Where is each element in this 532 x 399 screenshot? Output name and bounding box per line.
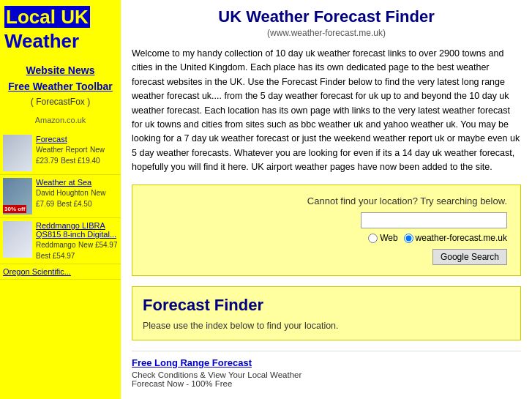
radio-web-label[interactable]: Web [368,233,397,243]
free-long-range-section: Free Long Range Forecast Check Condition… [132,351,521,388]
logo-block: Local UK Weather [0,0,121,57]
main-content: UK Weather Forecast Finder (www.weather-… [121,0,532,399]
search-panel-title: Cannot find your location? Try searching… [146,195,507,206]
radio-web[interactable] [368,234,378,243]
site-url: (www.weather-forecast.me.uk) [132,28,521,38]
forecast-finder-text: Please use the index below to find your … [143,321,510,331]
product-price-best: Best £19.40 [61,157,100,165]
product-image [3,221,32,258]
product-price-new: New £54.97 [78,241,117,249]
radio-site-label[interactable]: weather-forecast.me.uk [404,233,507,243]
product-link[interactable]: Reddmango LIBRA QS815 8-inch Digital... [36,221,118,239]
product-subtitle: Reddmango [36,241,75,249]
radio-web-text: Web [380,233,397,243]
forecast-finder-section: Forecast Finder Please use the index bel… [132,286,521,340]
product-badge: 30% off [3,205,26,213]
website-news-link[interactable]: Website News [26,64,95,76]
search-panel: Cannot find your location? Try searching… [132,184,521,276]
product-link[interactable]: Forecast [36,135,118,143]
sidebar: Local UK Weather Website News Free Weath… [0,0,121,399]
free-long-range-link[interactable]: Free Long Range Forecast [132,357,521,368]
amazon-label: Amazon.co.uk [35,116,86,124]
page-title: UK Weather Forecast Finder [132,7,521,26]
forecastfox-label: ( ForecastFox ) [31,97,90,107]
product-item: 30% off Weather at Sea David Houghton Ne… [0,175,121,218]
product-info: Reddmango LIBRA QS815 8-inch Digital... … [36,221,118,261]
radio-site[interactable] [404,234,413,243]
search-input-row [146,212,507,228]
product-price-best: Best £54.97 [36,252,75,260]
free-long-range-sub2: Forecast Now - 100% Free [132,379,521,388]
forecast-finder-title: Forecast Finder [143,296,510,315]
product-item: Reddmango LIBRA QS815 8-inch Digital... … [0,218,121,264]
product-info: Forecast Weather Report New £23.79 Best … [36,135,118,165]
search-btn-row: Google Search [146,249,507,265]
product-image: 30% off [3,178,32,215]
product-subtitle: David Houghton [36,189,89,197]
search-input[interactable] [361,212,507,228]
intro-paragraph: Welcome to my handy collection of 10 day… [132,47,521,174]
product-link[interactable]: Weather at Sea [36,178,118,187]
product-info: Oregon Scientific... [3,267,118,276]
product-link[interactable]: Oregon Scientific... [3,267,118,276]
radio-site-text: weather-forecast.me.uk [416,233,507,243]
free-weather-link[interactable]: Free Weather Toolbar [8,81,113,92]
google-search-button[interactable]: Google Search [432,249,507,265]
product-subtitle: Weather Report [36,146,87,154]
product-image [3,135,32,171]
product-item: Forecast Weather Report New £23.79 Best … [0,132,121,175]
radio-row: Web weather-forecast.me.uk [146,233,507,243]
free-long-range-sub1: Check Conditions & View Your Local Weath… [132,370,521,379]
product-price-best: Best £4.50 [57,200,92,208]
logo-weather: Weather [4,30,116,53]
product-item: Oregon Scientific... [0,264,121,280]
product-info: Weather at Sea David Houghton New £7.69 … [36,178,118,209]
sidebar-nav: Website News Free Weather Toolbar ( Fore… [0,57,121,132]
logo-text: Local UK [4,6,90,28]
